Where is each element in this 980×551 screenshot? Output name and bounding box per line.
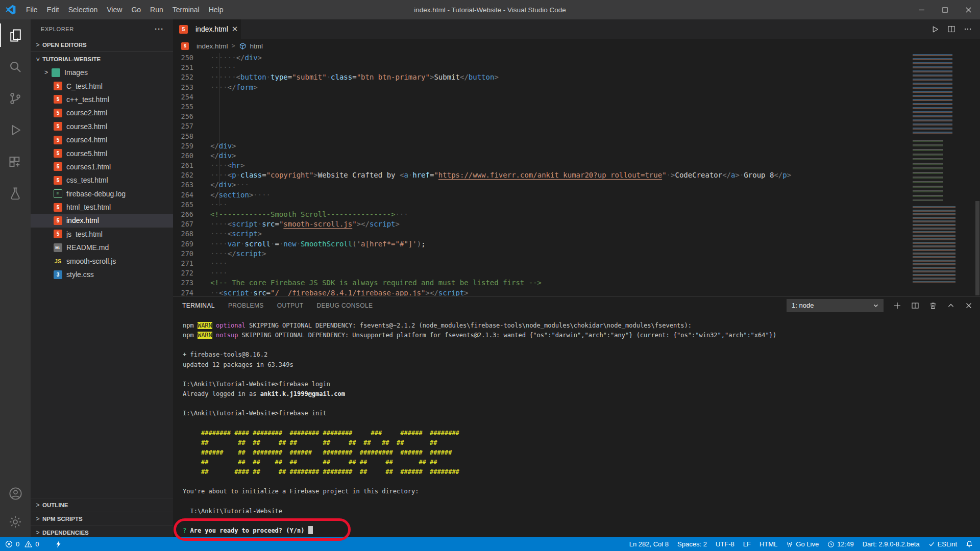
file-row-c++_test.html[interactable]: 5c++_test.html <box>31 93 173 106</box>
code-line-261[interactable]: 261····<hr> <box>173 161 911 170</box>
bolt-icon[interactable] <box>55 540 62 548</box>
code-line-253[interactable]: 253····</form> <box>173 83 911 92</box>
code-line-264[interactable]: 264</section>···· <box>173 190 911 200</box>
editor-scrollbar[interactable] <box>975 53 980 296</box>
code-line-252[interactable]: 252······<button·type="submit"·class="bt… <box>173 72 911 82</box>
open-editors-section[interactable]: > OPEN EDITORS <box>31 38 173 52</box>
cursor-position[interactable]: Ln 282, Col 8 <box>629 540 669 548</box>
minimap[interactable] <box>911 53 975 296</box>
breadcrumb-symbol[interactable]: html <box>250 42 263 50</box>
more-actions-icon[interactable] <box>964 25 972 33</box>
file-row-course4.html[interactable]: 5course4.html <box>31 133 173 146</box>
file-row-js_test.html[interactable]: 5js_test.html <box>31 228 173 241</box>
dart-version[interactable]: Dart: 2.9.0-8.2.beta <box>863 540 920 548</box>
file-row-README.md[interactable]: M↓README.md <box>31 241 173 254</box>
menu-edit[interactable]: Edit <box>42 0 64 19</box>
file-row-index.html[interactable]: 5index.html <box>31 214 173 227</box>
npm-scripts-section[interactable]: > NPM SCRIPTS <box>31 512 173 525</box>
code-line-267[interactable]: 267····<script·src="smooth-scroll.js"></… <box>173 219 911 229</box>
encoding[interactable]: UTF-8 <box>716 540 734 548</box>
code-line-270[interactable]: 270····</script> <box>173 249 911 259</box>
menu-terminal[interactable]: Terminal <box>168 0 204 19</box>
split-terminal-icon[interactable] <box>911 302 919 310</box>
code-line-262[interactable]: 262····<p·class="copyright">Website Craf… <box>173 170 911 180</box>
menu-help[interactable]: Help <box>204 0 228 19</box>
problems-indicator[interactable]: 0 0 <box>5 540 62 548</box>
maximize-panel-icon[interactable] <box>947 302 955 310</box>
code-line-255[interactable]: 255 <box>173 102 911 112</box>
language-mode[interactable]: HTML <box>760 540 777 548</box>
terminal-output[interactable]: npm WARN optional SKIPPING OPTIONAL DEPE… <box>183 321 978 537</box>
tab-index-html[interactable]: 5 index.html ✕ <box>173 19 241 39</box>
explorer-icon[interactable] <box>0 19 31 51</box>
source-control-icon[interactable] <box>0 83 31 114</box>
breadcrumb-file[interactable]: index.html <box>197 42 228 50</box>
code-line-251[interactable]: 251······ <box>173 63 911 72</box>
file-row-courses1.html[interactable]: 5courses1.html <box>31 160 173 173</box>
notifications-bell-icon[interactable] <box>966 540 973 548</box>
file-row-css_test.html[interactable]: 5css_test.html <box>31 173 173 187</box>
file-row-C_test.html[interactable]: 5C_test.html <box>31 79 173 92</box>
code-line-257[interactable]: 257 <box>173 121 911 131</box>
extensions-icon[interactable] <box>0 146 31 178</box>
code-line-268[interactable]: 268····<script> <box>173 229 911 239</box>
code-line-265[interactable]: 265···· <box>173 200 911 210</box>
file-row-style.css[interactable]: 3style.css <box>31 268 173 281</box>
code-line-266[interactable]: 266<!------------Smooth Scroll----------… <box>173 210 911 219</box>
code-line-250[interactable]: 250······</div> <box>173 53 911 63</box>
tab-terminal[interactable]: TERMINAL <box>182 302 215 309</box>
split-editor-icon[interactable] <box>947 25 955 33</box>
minimize-button[interactable] <box>910 0 933 19</box>
search-icon[interactable] <box>0 51 31 83</box>
file-row-firebase-debug.log[interactable]: ≡firebase-debug.log <box>31 187 173 201</box>
menu-selection[interactable]: Selection <box>64 0 103 19</box>
run-file-icon[interactable] <box>930 25 939 34</box>
new-terminal-icon[interactable] <box>893 302 901 310</box>
menu-file[interactable]: File <box>21 0 42 19</box>
code-line-260[interactable]: 260</div> <box>173 151 911 161</box>
eslint-status[interactable]: ESLint <box>928 540 957 548</box>
file-row-Images[interactable]: >Images <box>31 66 173 79</box>
close-tab-icon[interactable]: ✕ <box>232 24 238 34</box>
kill-terminal-icon[interactable] <box>929 302 937 310</box>
project-root-section[interactable]: > TUTORIAL-WEBSITE <box>31 52 173 66</box>
tab-output[interactable]: OUTPUT <box>277 302 304 309</box>
terminal-shell-select[interactable]: 1: node <box>787 299 884 312</box>
code-line-254[interactable]: 254 <box>173 92 911 102</box>
accounts-icon[interactable] <box>0 479 31 508</box>
code-line-256[interactable]: 256 <box>173 112 911 121</box>
code-line-273[interactable]: 273<!-- The core Firebase JS SDK is alwa… <box>173 278 911 288</box>
code-line-269[interactable]: 269····var·scroll·=·new·SmoothScroll('a[… <box>173 239 911 249</box>
tab-debug-console[interactable]: DEBUG CONSOLE <box>317 302 373 309</box>
file-row-smooth-scroll.js[interactable]: JSsmooth-scroll.js <box>31 254 173 267</box>
clock-time[interactable]: 12:49 <box>827 540 854 548</box>
code-line-274[interactable]: 274··<script·src="/__/firebase/8.4.1/fir… <box>173 288 911 297</box>
menu-go[interactable]: Go <box>127 0 145 19</box>
dependencies-section[interactable]: > DEPENDENCIES <box>31 525 173 537</box>
tab-problems[interactable]: PROBLEMS <box>228 302 264 309</box>
code-line-259[interactable]: 259</div> <box>173 141 911 151</box>
file-row-html_test.html[interactable]: 5html_test.html <box>31 201 173 214</box>
maximize-button[interactable] <box>933 0 957 19</box>
menu-view[interactable]: View <box>102 0 127 19</box>
testing-icon[interactable] <box>0 178 31 209</box>
file-row-course3.html[interactable]: 5course3.html <box>31 120 173 133</box>
file-row-course5.html[interactable]: 5course5.html <box>31 146 173 160</box>
close-button[interactable] <box>957 0 980 19</box>
close-panel-icon[interactable] <box>965 302 973 310</box>
code-editor[interactable]: 250······</div>251······252······<button… <box>173 53 911 296</box>
code-line-263[interactable]: 263</div>··· <box>173 180 911 190</box>
code-line-272[interactable]: 272···· <box>173 268 911 278</box>
code-line-271[interactable]: 271···· <box>173 259 911 268</box>
run-and-debug-icon[interactable] <box>0 114 31 146</box>
code-line-258[interactable]: 258 <box>173 132 911 141</box>
settings-gear-icon[interactable] <box>0 508 31 536</box>
indentation[interactable]: Spaces: 2 <box>677 540 707 548</box>
more-actions-icon[interactable]: ··· <box>155 24 164 33</box>
outline-section[interactable]: > OUTLINE <box>31 498 173 512</box>
file-row-course2.html[interactable]: 5course2.html <box>31 106 173 119</box>
menu-run[interactable]: Run <box>145 0 168 19</box>
go-live-button[interactable]: Go Live <box>786 540 819 548</box>
terminal-line-9 <box>183 399 978 409</box>
eol-sequence[interactable]: LF <box>743 540 751 548</box>
